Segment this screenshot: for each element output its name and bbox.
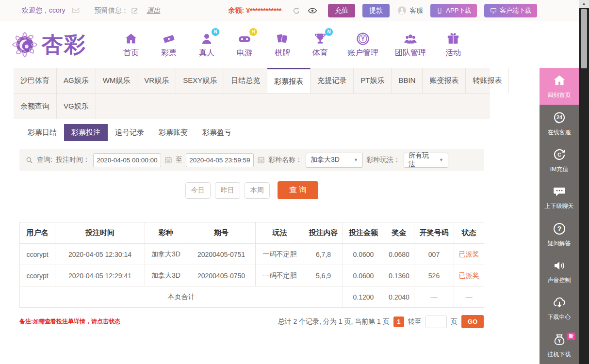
tab-row1-7[interactable]: 充提记录 xyxy=(311,68,354,93)
service-button[interactable]: 客服 xyxy=(397,5,423,16)
scrollbar-thumb[interactable] xyxy=(581,9,587,68)
summary-value-1: 0.2040 xyxy=(384,286,414,308)
service-label: 客服 xyxy=(409,6,423,15)
main-nav: 首页彩票N真人H电游棋牌N体育¥账户管理团队管理活动 xyxy=(120,32,464,58)
cell-4: 一码不定胆 xyxy=(256,244,304,265)
top-buttons: 充值 提款 客服 APP下载 客户端下载 xyxy=(328,4,537,17)
recharge-button[interactable]: 充值 xyxy=(328,4,355,17)
status-cell[interactable]: 已派奖 xyxy=(454,265,484,286)
tab-row1-8[interactable]: PT娱乐 xyxy=(354,68,392,93)
client-download-label: 客户端下载 xyxy=(500,6,531,15)
client-download-button[interactable]: 客户端下载 xyxy=(484,4,537,17)
goto-page-input[interactable] xyxy=(425,316,447,328)
withdraw-button[interactable]: 提款 xyxy=(362,4,390,17)
sidebar-item-label: 回到首页 xyxy=(548,91,571,99)
today-button[interactable]: 今日 xyxy=(185,182,211,199)
nav-item-ticket[interactable]: 彩票 xyxy=(158,32,180,58)
yesterday-button[interactable]: 昨日 xyxy=(215,182,240,199)
status-cell[interactable]: 已派奖 xyxy=(454,244,484,265)
sidebar-item-im[interactable]: CIM充值 xyxy=(540,142,579,179)
nav-item-home[interactable]: 首页 xyxy=(120,32,142,58)
bet-time-label: 投注时间： xyxy=(56,156,90,164)
subtab-2[interactable]: 追号记录 xyxy=(108,124,151,141)
subtab-3[interactable]: 彩票账变 xyxy=(151,124,195,141)
logout-link[interactable]: 退出 xyxy=(147,6,160,15)
nav-item-label: 棋牌 xyxy=(275,48,290,58)
cell-6: 0.0600 xyxy=(343,265,384,286)
tab-row1-1[interactable]: AG娱乐 xyxy=(57,68,96,93)
goto-label: 转至 xyxy=(408,317,422,326)
tab-row1-5[interactable]: 日结总览 xyxy=(224,68,267,93)
svg-text:¥: ¥ xyxy=(361,35,365,42)
refresh-icon[interactable] xyxy=(292,6,301,15)
calendar-icon[interactable] xyxy=(164,156,172,164)
page-number-button[interactable]: 1 xyxy=(393,317,404,327)
edit-icon[interactable] xyxy=(131,7,139,15)
sidebar-item-label: 下载中心 xyxy=(548,313,571,321)
column-header-7: 奖金 xyxy=(384,222,414,244)
tab-row-1: 沙巴体育AG娱乐WM娱乐VR娱乐SEXY娱乐日结总览彩票报表充提记录PT娱乐BB… xyxy=(14,68,490,94)
tab-row1-9[interactable]: BBIN xyxy=(392,68,423,93)
scroll-up-arrow-icon[interactable]: ▲ xyxy=(579,0,589,8)
this-week-button[interactable]: 本周 xyxy=(245,182,270,199)
tab-row2-1[interactable]: VG娱乐 xyxy=(57,94,96,119)
quick-filter-row: 今日 昨日 本周 查 询 xyxy=(14,181,490,199)
cell-2: 加拿大3D xyxy=(145,244,187,265)
column-header-3: 期号 xyxy=(187,222,256,244)
sidebar-item-question[interactable]: ?疑问解答 xyxy=(540,216,579,253)
nav-item-team[interactable]: 团队管理 xyxy=(395,32,426,58)
sub-tabs: 彩票日结彩票投注追号记录彩票账变彩票盈亏 xyxy=(20,124,490,141)
nav-item-person[interactable]: N真人 xyxy=(196,32,217,58)
subtab-0[interactable]: 彩票日结 xyxy=(20,124,64,141)
service-person-icon xyxy=(397,5,407,16)
nav-item-cards[interactable]: 棋牌 xyxy=(272,32,293,58)
sidebar-item-moneybag[interactable]: ¥挂机下载新 xyxy=(540,327,579,364)
trophy-icon: N xyxy=(313,32,327,46)
eye-icon[interactable] xyxy=(308,6,317,16)
subtab-1[interactable]: 彩票投注 xyxy=(64,124,108,141)
nav-item-coin[interactable]: ¥账户管理 xyxy=(347,32,378,58)
tab-row1-0[interactable]: 沙巴体育 xyxy=(14,68,57,93)
cell-6: 0.0600 xyxy=(343,244,384,265)
nav-item-gamepad[interactable]: H电游 xyxy=(234,32,255,58)
tab-row1-4[interactable]: SEXY娱乐 xyxy=(176,68,224,93)
sidebar-item-chat[interactable]: 上下级聊天 xyxy=(540,179,579,216)
table-footer-row: 备注:如需查看投注单详情，请点击状态 总计 2 个记录, 分为 1 页, 当前第… xyxy=(19,315,484,328)
go-button[interactable]: GO xyxy=(461,315,484,328)
summary-label: 本页合计 xyxy=(20,286,343,308)
nav-item-gift[interactable]: 活动 xyxy=(442,32,464,58)
search-panel: 查询: 投注时间： 至 彩种名称： 加拿大3D ▼ 彩种玩法： 所有玩法 ▼ xyxy=(19,149,484,171)
sidebar-item-clouddl[interactable]: 下载中心 xyxy=(540,290,579,327)
play-type-select-value: 所有玩法 xyxy=(409,151,435,169)
mail-icon[interactable] xyxy=(71,6,81,15)
brand-logo[interactable]: 杏彩 xyxy=(10,30,86,60)
tab-row1-3[interactable]: VR娱乐 xyxy=(137,68,176,93)
tab-row2-0[interactable]: 余额查询 xyxy=(14,94,57,119)
tab-row1-11[interactable]: 转账报表 xyxy=(466,68,509,93)
tab-row1-2[interactable]: WM娱乐 xyxy=(96,68,138,93)
tab-row1-6[interactable]: 彩票报表 xyxy=(267,68,311,93)
nav-item-trophy[interactable]: N体育 xyxy=(310,32,331,58)
lottery-select[interactable]: 加拿大3D ▼ xyxy=(306,153,363,168)
cards-icon xyxy=(275,32,290,46)
time-from-input[interactable] xyxy=(93,153,161,167)
tab-row1-10[interactable]: 账变报表 xyxy=(423,68,466,93)
column-header-6: 投注金额 xyxy=(343,222,384,244)
site-header: 杏彩 首页彩票N真人H电游棋牌N体育¥账户管理团队管理活动 xyxy=(0,21,589,68)
time-to-input[interactable] xyxy=(186,153,254,167)
sidebar-item-service24[interactable]: 24在线客服 xyxy=(540,105,579,142)
sidebar-item-sound[interactable]: 声音控制 xyxy=(540,253,579,290)
calendar-icon[interactable] xyxy=(257,156,265,164)
subtab-4[interactable]: 彩票盈亏 xyxy=(195,124,239,141)
nav-badge: H xyxy=(249,28,257,36)
app-download-button[interactable]: APP下载 xyxy=(430,4,477,17)
cell-2: 加拿大3D xyxy=(145,265,187,286)
query-submit-button[interactable]: 查 询 xyxy=(278,181,318,199)
svg-text:¥: ¥ xyxy=(557,338,561,344)
summary-value-0: 0.1200 xyxy=(343,286,384,308)
page-scrollbar[interactable]: ▲ xyxy=(579,0,589,364)
column-header-2: 彩种 xyxy=(145,222,187,244)
play-type-select[interactable]: 所有玩法 ▼ xyxy=(404,153,448,168)
svg-text:C: C xyxy=(557,152,561,158)
sidebar-item-home[interactable]: 回到首页 xyxy=(540,68,579,105)
